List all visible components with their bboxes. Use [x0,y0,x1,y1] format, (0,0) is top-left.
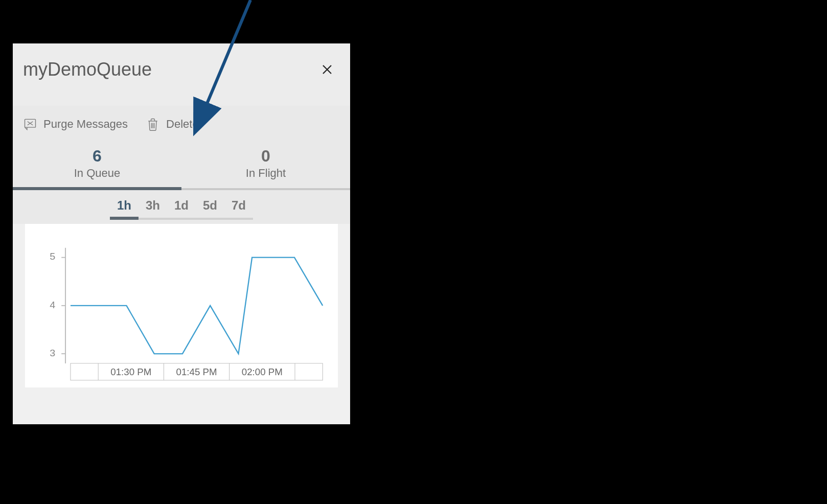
time-tab-7d[interactable]: 7d [224,196,253,220]
trash-icon [146,117,160,131]
metric-in-flight-label: In Flight [181,167,350,180]
x-tick-1: 01:45 PM [176,367,217,378]
time-range-tabs: 1h 3h 1d 5d 7d [13,190,350,224]
action-bar: Purge Messages Delete [13,106,350,143]
close-button[interactable] [319,62,335,77]
metrics-row: 6 In Queue 0 In Flight [13,143,350,190]
metric-in-flight-value: 0 [181,147,350,166]
time-tab-1h[interactable]: 1h [110,196,139,220]
time-tab-5d[interactable]: 5d [196,196,224,220]
y-tick-4: 4 [50,300,55,310]
panel-title: myDemoQueue [23,59,152,80]
close-icon [321,63,333,76]
y-tick-5: 5 [50,251,55,262]
chart-area: 5 4 3 01:30 PM 01:45 PM 02:00 PM [25,224,338,387]
metric-in-queue-value: 6 [13,147,181,166]
purge-label: Purge Messages [43,118,128,131]
metric-in-queue-label: In Queue [13,167,181,180]
metric-in-flight[interactable]: 0 In Flight [181,143,350,190]
purge-icon [23,117,37,131]
purge-messages-button[interactable]: Purge Messages [23,117,128,131]
queue-detail-panel: myDemoQueue Purge Messages Delete 6 [13,43,350,424]
delete-button[interactable]: Delete [146,117,199,131]
y-tick-3: 3 [50,348,55,358]
delete-label: Delete [166,118,199,131]
chart-series-line [71,258,323,354]
x-tick-0: 01:30 PM [110,367,151,378]
time-tab-3h[interactable]: 3h [139,196,167,220]
metric-in-queue[interactable]: 6 In Queue [13,143,181,190]
panel-header: myDemoQueue [13,43,350,106]
line-chart: 5 4 3 01:30 PM 01:45 PM 02:00 PM [30,238,333,387]
x-tick-2: 02:00 PM [242,367,283,378]
time-tab-1d[interactable]: 1d [167,196,196,220]
